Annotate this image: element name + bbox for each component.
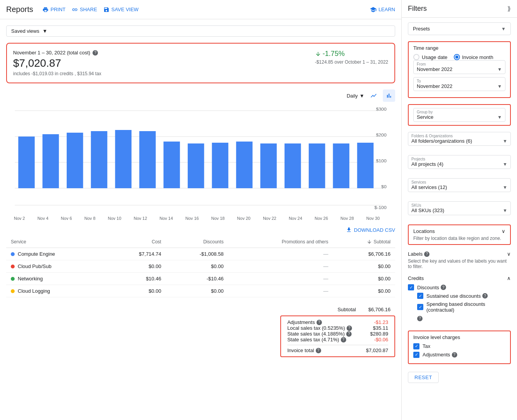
sustained-use-checkbox[interactable] [417,293,423,299]
to-chevron-icon: ▼ [497,84,502,89]
labels-expand-button[interactable]: Labels ? ∨ [408,251,511,257]
services-chevron-icon: ▼ [503,185,507,190]
saved-views-dropdown[interactable]: Saved views ▼ [6,25,395,37]
svg-rect-21 [285,143,301,188]
chevron-down-icon: ▼ [42,28,47,34]
skus-dropdown[interactable]: SKUs All SKUs (323) ▼ [408,201,511,215]
summary-help-icon[interactable]: ? [93,50,98,56]
table-row: Compute Engine $7,714.74 -$1,008.58 — $6… [6,248,395,260]
promotions-cell: — [228,248,333,260]
x-axis: Nov 2 Nov 4 Nov 6 Nov 8 Nov 10 Nov 12 No… [6,216,395,221]
col-service: Service [6,236,107,248]
sustained-use-help-icon[interactable]: ? [482,293,488,299]
summary-title: November 1 – 30, 2022 (total cost) ? [13,50,101,56]
discounts-cell: $0.00 [166,285,228,297]
reset-button[interactable]: RESET [408,372,439,383]
discounts-help-icon[interactable]: ? [441,285,446,290]
daily-dropdown[interactable]: Daily ▼ [347,93,364,99]
to-dropdown[interactable]: To November 2022 ▼ [413,77,505,91]
print-button[interactable]: PRINT [42,7,66,13]
adjustments-help-icon[interactable]: ? [317,320,322,325]
time-range-radio-group: Usage date Invoice month [413,54,505,60]
summary-includes: includes -$1,019.03 in credits , $315.94… [13,71,101,76]
tax-checkbox[interactable] [413,343,419,349]
projects-chevron-icon: ▼ [503,162,507,167]
folders-dropdown[interactable]: Folders & Organizations All folders/orga… [408,132,511,146]
print-icon [42,7,49,13]
locations-section: Locations ∨ Filter by location data like… [408,224,511,245]
bar-chart: $300 $200 $100 $0 $-100 [6,105,395,213]
credits-chevron-icon: ∧ [507,275,511,281]
projects-dropdown[interactable]: Projects All projects (4) ▼ [408,155,511,169]
promotions-cell: — [228,273,333,285]
time-range-section: Time range Usage date Invoice month From… [408,41,511,98]
adjustments-filter-help-icon[interactable]: ? [452,352,457,358]
summary-delta: -1.75% [315,50,388,58]
state-tax-help-icon[interactable]: ? [346,331,352,337]
learn-label: LEARN [379,7,395,12]
discounts-checkbox-row: Discounts ? [408,284,511,290]
from-chevron-icon: ▼ [497,67,502,72]
invoice-total-help-icon[interactable]: ? [316,348,321,353]
labels-help-icon[interactable]: ? [424,251,429,257]
chevron-down-icon: ▼ [359,93,364,99]
service-name-cell: Compute Engine [18,251,55,257]
local-sales-tax-row: Local sales tax (0.5235%) ? $35.11 [287,325,388,331]
credits-section: Credits ∧ Discounts ? Sustained use disc… [408,275,511,324]
col-subtotal: Subtotal [333,236,396,248]
discounts-cell: $0.00 [166,260,228,273]
usage-date-radio[interactable]: Usage date [413,54,448,60]
svg-text:$-100: $-100 [374,205,387,210]
svg-rect-15 [139,131,156,188]
invoice-month-radio[interactable]: Invoice month [454,54,493,60]
from-dropdown[interactable]: From November 2022 ▼ [413,60,505,74]
svg-rect-11 [42,134,59,188]
share-button[interactable]: SHARE [72,7,97,13]
table-row: Networking $10.46 -$10.46 — $0.00 [6,273,395,285]
print-label: PRINT [51,7,66,12]
promotions-cell: — [228,285,333,297]
collapse-button[interactable]: ⟫ [507,5,511,12]
labels-section: Labels ? ∨ Select the key and values of … [408,251,511,269]
summary-amount: $7,020.87 [13,57,101,69]
filters-title: Filters [408,5,427,13]
learn-button[interactable]: LEARN [370,6,395,13]
presets-dropdown[interactable]: Presets ▼ [408,22,511,35]
promotions-cell: — [228,260,333,273]
locations-expand-button[interactable]: Locations ∨ [413,228,505,234]
sort-icon [367,239,372,245]
locations-chevron-icon: ∨ [502,228,505,234]
svg-rect-18 [212,143,229,188]
cost-cell: $0.00 [107,285,166,297]
spending-based-help-icon[interactable]: ? [417,316,423,321]
bar-chart-icon [386,92,392,99]
line-chart-icon [370,92,377,99]
discounts-checkbox[interactable] [408,284,414,290]
col-discounts: Discounts [166,236,228,248]
svg-rect-12 [67,133,83,188]
service-color-dot [11,289,15,293]
download-csv-button[interactable]: DOWNLOAD CSV [346,227,395,233]
group-by-dropdown[interactable]: Group by Service ▼ [413,108,505,122]
state-sales-tax-row: State sales tax (4.1885%) ? $280.89 [287,331,388,337]
bar-chart-button[interactable] [383,89,395,102]
page-title: Reports [6,5,33,14]
table-row: Cloud Pub/Sub $0.00 $0.00 — $0.00 [6,260,395,273]
svg-rect-19 [236,142,253,188]
local-tax-help-icon[interactable]: ? [347,326,352,331]
share-icon [72,7,78,13]
spending-based-checkbox[interactable] [417,304,423,310]
services-dropdown[interactable]: Services All services (12) ▼ [408,178,511,192]
folders-chevron-icon: ▼ [503,138,507,144]
invoice-summary-box: Adjustments ? -$1.23 Local sales tax (0.… [6,315,395,357]
line-chart-button[interactable] [367,89,380,102]
svg-rect-13 [91,131,108,188]
save-view-button[interactable]: SAVE VIEW [103,7,139,13]
state-tax2-help-icon[interactable]: ? [341,337,346,342]
presets-chevron-icon: ▼ [501,26,506,32]
tax-checkbox-row: Tax [413,343,505,349]
invoice-total-row: Invoice total ? $7,020.87 [287,347,388,353]
adjustments-checkbox[interactable] [413,352,419,358]
service-name-cell: Cloud Logging [18,288,50,294]
table-row: Cloud Logging $0.00 $0.00 — $0.00 [6,285,395,297]
